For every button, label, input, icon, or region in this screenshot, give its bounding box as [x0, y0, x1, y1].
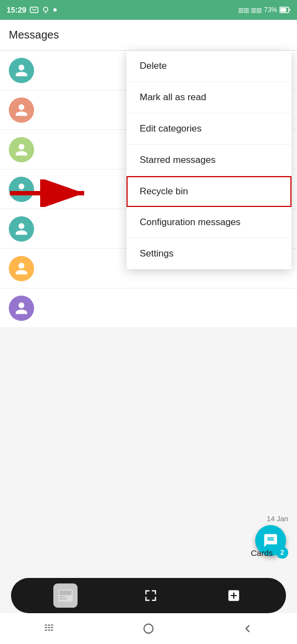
dropdown-overlay[interactable]: Delete Mark all as read Edit categories …	[0, 20, 297, 644]
svg-rect-13	[59, 591, 72, 595]
battery-icon	[279, 7, 290, 13]
menu-item-configuration[interactable]: Configuration messages	[127, 207, 292, 238]
menu-item-recycle-bin[interactable]: Recycle bin	[127, 176, 292, 207]
thumbnail-icon	[57, 587, 74, 604]
menu-item-settings[interactable]: Settings	[127, 238, 292, 269]
add-icon	[227, 588, 241, 603]
bottom-taskbar	[11, 578, 286, 613]
taskbar-thumbnail[interactable]	[53, 583, 78, 608]
taskbar-add-button[interactable]	[224, 586, 244, 605]
svg-rect-5	[280, 8, 287, 12]
menu-item-mark-read[interactable]: Mark all as read	[127, 82, 292, 113]
menu-item-edit-categories[interactable]: Edit categories	[127, 113, 292, 145]
arrow-annotation	[4, 179, 92, 207]
svg-rect-2	[45, 12, 46, 13]
dot-icon	[53, 8, 57, 12]
status-bar: 15:29 ▥▥ ▥▥ 73%	[0, 0, 297, 20]
time: 15:29	[7, 6, 26, 14]
battery: 73%	[264, 6, 277, 14]
status-bar-right: ▥▥ ▥▥ 73%	[238, 6, 290, 14]
menu-item-delete[interactable]: Delete	[127, 51, 292, 82]
status-bar-left: 15:29	[7, 6, 57, 14]
taskbar-expand-button[interactable]	[141, 586, 161, 605]
whatsapp-icon	[30, 7, 38, 13]
notification-icon	[42, 6, 50, 14]
svg-rect-15	[59, 598, 67, 599]
svg-point-3	[53, 8, 57, 12]
signal-icons: ▥▥ ▥▥	[238, 7, 262, 14]
svg-rect-14	[59, 596, 65, 597]
dropdown-menu: Delete Mark all as read Edit categories …	[127, 51, 292, 269]
svg-rect-0	[30, 7, 38, 13]
red-arrow-icon	[4, 179, 92, 207]
svg-point-1	[43, 7, 48, 12]
expand-icon	[144, 588, 158, 603]
svg-rect-6	[289, 9, 290, 11]
menu-item-starred[interactable]: Starred messages	[127, 145, 292, 176]
